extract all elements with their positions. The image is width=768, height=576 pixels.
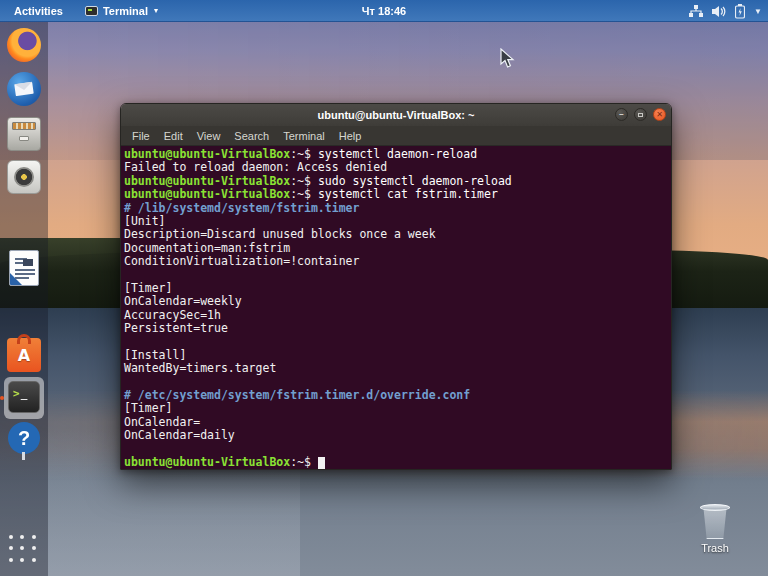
terminal-line	[124, 376, 668, 389]
terminal-window: ubuntu@ubuntu-VirtualBox: ~ − ✕ FileEdit…	[120, 103, 672, 470]
terminal-line: AccuracySec=1h	[124, 309, 668, 322]
volume-icon	[712, 5, 726, 18]
dock-item-ubuntu-software[interactable]: A	[7, 338, 41, 372]
minimize-button[interactable]: −	[615, 108, 628, 121]
menu-item-view[interactable]: View	[190, 128, 228, 144]
terminal-text-plain: OnCalendar=	[124, 415, 200, 429]
terminal-text-plain: Documentation=man:fstrim	[124, 241, 290, 255]
terminal-text-plain: Failed to reload daemon: Access denied	[124, 160, 387, 174]
terminal-line: ubuntu@ubuntu-VirtualBox:~$	[124, 456, 668, 469]
terminal-text-plain: :~$	[290, 455, 318, 469]
top-bar: Activities Terminal ▾ Чт 18:46 ▼	[0, 0, 768, 22]
terminal-line: [Timer]	[124, 282, 668, 295]
terminal-line: Description=Discard unused blocks once a…	[124, 228, 668, 241]
terminal-line: [Unit]	[124, 215, 668, 228]
terminal-text-plain: :~$	[290, 187, 318, 201]
dock-item-firefox[interactable]	[7, 28, 41, 62]
bag-handle-icon	[17, 334, 31, 344]
terminal-line: OnCalendar=daily	[124, 429, 668, 442]
trash-can-icon	[702, 509, 728, 539]
terminal-content[interactable]: ubuntu@ubuntu-VirtualBox:~$ systemctl da…	[121, 146, 671, 470]
menu-item-edit[interactable]: Edit	[157, 128, 190, 144]
app-menu-label: Terminal	[103, 5, 148, 17]
trash-label: Trash	[686, 542, 744, 554]
terminal-text-plain: :~$	[290, 174, 318, 188]
window-title: ubuntu@ubuntu-VirtualBox: ~	[318, 109, 475, 121]
terminal-text-plain: WantedBy=timers.target	[124, 361, 276, 375]
chevron-down-icon: ▾	[154, 6, 158, 15]
activities-button[interactable]: Activities	[0, 0, 77, 21]
doc-thumbnail	[23, 259, 33, 266]
terminal-text-cmd: systemctl daemon-reload	[318, 147, 477, 161]
terminal-line: ubuntu@ubuntu-VirtualBox:~$ sudo systemc…	[124, 175, 668, 188]
terminal-line	[124, 443, 668, 456]
terminal-line: # /etc/systemd/system/fstrim.timer.d/ove…	[124, 389, 668, 402]
terminal-line: ubuntu@ubuntu-VirtualBox:~$ systemctl ca…	[124, 188, 668, 201]
doc-line	[15, 269, 35, 271]
window-titlebar[interactable]: ubuntu@ubuntu-VirtualBox: ~ − ✕	[121, 104, 671, 126]
battery-icon	[735, 4, 745, 19]
terminal-line: [Timer]	[124, 402, 668, 415]
terminal-line: ConditionVirtualization=!container	[124, 255, 668, 268]
terminal-text-plain: [Timer]	[124, 401, 172, 415]
terminal-line	[124, 335, 668, 348]
dock-item-help[interactable]: ?	[8, 422, 40, 454]
terminal-line: OnCalendar=weekly	[124, 295, 668, 308]
terminal-text-plain: Description=Discard unused blocks once a…	[124, 227, 436, 241]
terminal-text-plain: :~$	[290, 147, 318, 161]
terminal-text-prompt: ubuntu@ubuntu-VirtualBox	[124, 174, 290, 188]
terminal-line: Failed to reload daemon: Access denied	[124, 161, 668, 174]
mouse-cursor	[500, 48, 515, 69]
maximize-button[interactable]	[634, 108, 647, 121]
chevron-down-icon: ▼	[754, 7, 762, 16]
terminal-text-prompt: ubuntu@ubuntu-VirtualBox	[124, 455, 290, 469]
terminal-line	[124, 269, 668, 282]
software-letter-a: A	[18, 346, 30, 365]
menu-item-terminal[interactable]: Terminal	[276, 128, 332, 144]
terminal-cursor	[318, 457, 325, 469]
terminal-text-plain: [Unit]	[124, 214, 166, 228]
terminal-text-plain: OnCalendar=weekly	[124, 294, 242, 308]
trash[interactable]: Trash	[686, 504, 744, 554]
terminal-text-comment: # /lib/systemd/system/fstrim.timer	[124, 201, 359, 215]
terminal-text-cmd: sudo systemctl daemon-reload	[318, 174, 512, 188]
maximize-glyph	[638, 113, 643, 117]
doc-line	[15, 273, 35, 275]
terminal-text-plain: [Install]	[124, 348, 186, 362]
speaker-icon	[14, 167, 34, 187]
terminal-line: ubuntu@ubuntu-VirtualBox:~$ systemctl da…	[124, 148, 668, 161]
close-button[interactable]: ✕	[653, 108, 666, 121]
system-status-area[interactable]: ▼	[689, 0, 762, 22]
question-mark-icon: ?	[18, 427, 30, 450]
terminal-text-plain: ConditionVirtualization=!container	[124, 254, 359, 268]
app-menu-terminal[interactable]: Terminal ▾	[77, 0, 166, 21]
dock-item-files[interactable]	[7, 117, 41, 151]
menu-item-file[interactable]: File	[125, 128, 157, 144]
menu-item-help[interactable]: Help	[332, 128, 369, 144]
show-applications-button[interactable]	[9, 535, 39, 565]
clock[interactable]: Чт 18:46	[362, 0, 406, 22]
terminal-line: OnCalendar=	[124, 416, 668, 429]
dock-item-thunderbird[interactable]	[7, 72, 41, 106]
dock-item-libreoffice-writer[interactable]	[9, 250, 39, 286]
terminal-text-plain: OnCalendar=daily	[124, 428, 235, 442]
terminal-mini-icon	[85, 6, 98, 16]
menu-bar: FileEditViewSearchTerminalHelp	[121, 126, 671, 146]
dock-item-rhythmbox[interactable]	[7, 160, 41, 194]
terminal-text-plain: Persistent=true	[124, 321, 228, 335]
terminal-text-plain: AccuracySec=1h	[124, 308, 221, 322]
terminal-line: WantedBy=timers.target	[124, 362, 668, 375]
doc-line	[15, 277, 29, 279]
terminal-line: Documentation=man:fstrim	[124, 242, 668, 255]
terminal-text-cmd: systemctl cat fstrim.timer	[318, 187, 498, 201]
menu-item-search[interactable]: Search	[227, 128, 276, 144]
terminal-text-plain: [Timer]	[124, 281, 172, 295]
terminal-line: Persistent=true	[124, 322, 668, 335]
terminal-text-prompt: ubuntu@ubuntu-VirtualBox	[124, 187, 290, 201]
dock: A ? >_	[0, 22, 48, 576]
prompt-glyph: >	[13, 387, 20, 400]
dock-item-terminal[interactable]: >_	[8, 381, 40, 413]
drawer-handle-icon	[19, 136, 29, 141]
file-drawer-icon	[12, 122, 36, 130]
running-indicator-dot	[0, 396, 4, 400]
